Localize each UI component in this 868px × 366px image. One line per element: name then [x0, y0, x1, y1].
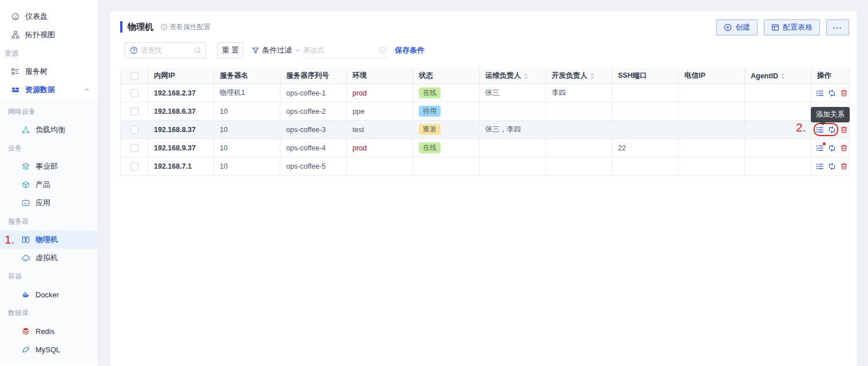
- row-checkbox[interactable]: [130, 162, 138, 170]
- column-label: SSH端口: [618, 71, 647, 81]
- detail-list-icon[interactable]: [816, 89, 824, 97]
- add-relation-icon[interactable]: [828, 162, 836, 170]
- row-checkbox[interactable]: [130, 89, 138, 97]
- product-icon: [22, 181, 30, 189]
- detail-list-icon[interactable]: [816, 144, 824, 152]
- chevron-up-icon: [84, 87, 90, 93]
- row-checkbox[interactable]: [130, 144, 138, 152]
- table-row: 192.168.2.37物理机1ops-coffee-1prod在线张三李四: [121, 84, 850, 102]
- sidebar-item-label: 服务树: [25, 66, 47, 77]
- cell-internal-ip: 192.168.9.37: [148, 139, 214, 157]
- cell-internal-ip: 192.168.8.37: [148, 121, 214, 138]
- select-all-checkbox[interactable]: [130, 72, 138, 80]
- sidebar-item[interactable]: 产品: [0, 176, 98, 194]
- cell-ssh-port: 22: [612, 139, 679, 157]
- delete-icon[interactable]: [840, 162, 848, 170]
- column-label: 服务器名: [220, 71, 248, 81]
- sidebar-item-label: 物理机: [35, 234, 58, 245]
- cell-environment: prod: [347, 84, 413, 102]
- table-header-cell: 服务器序列号: [280, 68, 347, 83]
- column-label: AgentID: [751, 72, 778, 80]
- caret-down-icon: [295, 47, 300, 53]
- cell-telecom-ip: [679, 157, 745, 175]
- row-checkbox[interactable]: [130, 108, 138, 116]
- cell-agent-id: [745, 139, 811, 157]
- sidebar-item[interactable]: 应用: [0, 194, 98, 212]
- cell-status: 重装: [413, 121, 479, 138]
- add-relation-icon[interactable]: [828, 126, 836, 134]
- column-label: 电信IP: [684, 71, 706, 81]
- check-circle-icon[interactable]: [379, 46, 387, 54]
- row-checkbox[interactable]: [130, 126, 138, 134]
- annotation-1: 1.: [5, 232, 15, 247]
- sidebar-item-label: 仪表盘: [25, 11, 47, 22]
- cell-server-name: 10: [214, 139, 280, 157]
- column-label: 状态: [419, 71, 433, 81]
- configure-table-button[interactable]: 配置表格: [764, 19, 820, 35]
- sidebar-item[interactable]: 1.物理机: [0, 230, 98, 249]
- cell-ssh-port: [612, 84, 679, 102]
- table-header-cell: 开发负责人: [546, 68, 612, 83]
- search-input[interactable]: [141, 46, 191, 54]
- add-relation-icon[interactable]: [828, 89, 836, 97]
- sidebar-item[interactable]: 服务树: [0, 62, 98, 81]
- sidebar-section-label: 服务器: [0, 212, 98, 230]
- sidebar-item[interactable]: Redis: [0, 322, 98, 340]
- cell-status: 在线: [413, 139, 479, 157]
- table-header-cell: 内网IP: [148, 68, 214, 83]
- expression-box: [303, 42, 387, 58]
- cell-agent-id: [745, 102, 811, 120]
- sidebar-item[interactable]: Docker: [0, 285, 98, 304]
- detail-list-icon[interactable]: [816, 162, 824, 170]
- sidebar-item[interactable]: MySQL: [0, 340, 98, 359]
- reset-button[interactable]: 重 置: [217, 42, 243, 58]
- cell-telecom-ip: [679, 139, 745, 157]
- sidebar-item-label: 拓扑视图: [25, 30, 55, 40]
- sidebar-item[interactable]: 资源数据: [0, 81, 98, 99]
- expression-input[interactable]: [303, 46, 376, 54]
- cell-server-name: 物理机1: [214, 84, 280, 102]
- cell-environment: test: [347, 121, 413, 138]
- cell-serial: ops-coffee-3: [280, 121, 347, 138]
- cell-ops-owner: 张三: [479, 84, 546, 102]
- add-relation-icon[interactable]: [828, 144, 836, 152]
- create-button[interactable]: 创建: [716, 19, 758, 35]
- cell-operations: [811, 157, 850, 175]
- condition-filter-dropdown[interactable]: 条件过滤: [252, 42, 300, 58]
- column-label: 运维负责人: [485, 71, 521, 81]
- table-header-cell: [121, 68, 148, 83]
- sidebar-item[interactable]: 仪表盘: [0, 7, 98, 26]
- cell-dev-owner: [546, 102, 612, 120]
- row-checkbox-cell: [121, 139, 148, 157]
- view-attribute-config-link[interactable]: 查看属性配置: [161, 22, 211, 32]
- ellipsis-icon: ···: [833, 23, 842, 32]
- sidebar-item-label: Docker: [35, 291, 59, 299]
- dashboard-icon: [11, 13, 19, 21]
- cell-dev-owner: [546, 121, 612, 138]
- topology-icon: [11, 31, 19, 39]
- sidebar-item[interactable]: 负载均衡: [0, 121, 98, 139]
- table-header-cell: 状态: [413, 68, 479, 83]
- sort-icon[interactable]: [590, 73, 594, 79]
- sidebar-item[interactable]: 虚拟机: [0, 249, 98, 267]
- question-circle-icon[interactable]: [130, 46, 138, 54]
- column-label: 环境: [352, 71, 367, 81]
- content-card: 物理机 查看属性配置 创建 配置表格 ··· 重 置 条件过滤 保存条件 内网I: [110, 11, 857, 366]
- search-box: [125, 42, 206, 58]
- search-icon[interactable]: [194, 47, 201, 54]
- delete-icon[interactable]: [840, 89, 848, 97]
- table-header-cell: 操作: [811, 68, 850, 83]
- sidebar: 仪表盘拓扑视图资源服务树资源数据网络设备负载均衡业务事业部产品应用服务器1.物理…: [0, 0, 98, 366]
- delete-icon[interactable]: [840, 126, 848, 134]
- sort-icon[interactable]: [524, 73, 528, 79]
- sidebar-group: 网络设备负载均衡业务事业部产品应用服务器1.物理机虚拟机容器Docker数据库R…: [0, 99, 98, 363]
- save-condition-link[interactable]: 保存条件: [395, 42, 425, 58]
- resource-data-icon: [11, 86, 19, 94]
- physical-machine-table: 内网IP服务器名服务器序列号环境状态运维负责人开发负责人SSH端口电信IPAge…: [120, 68, 850, 176]
- delete-icon[interactable]: [840, 144, 848, 152]
- more-actions-button[interactable]: ···: [826, 19, 849, 35]
- sort-icon[interactable]: [780, 73, 785, 79]
- cell-environment: ppe: [347, 102, 413, 120]
- sidebar-item[interactable]: 拓扑视图: [0, 26, 98, 44]
- sidebar-item[interactable]: 事业部: [0, 157, 98, 176]
